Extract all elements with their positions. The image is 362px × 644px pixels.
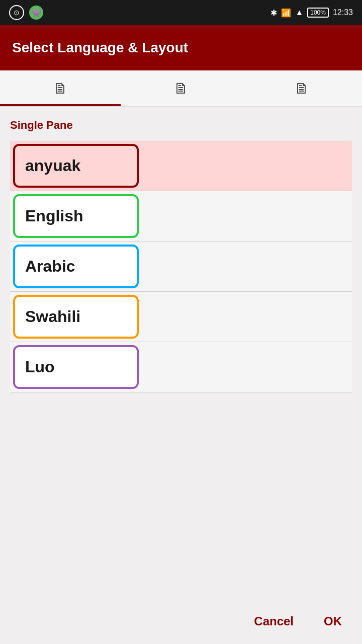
language-badge-english: English xyxy=(13,194,139,238)
status-right-icons: ✱ 📶 ▲ 100% 12:33 xyxy=(270,8,353,18)
language-row-anyuak[interactable]: anyuak xyxy=(10,141,352,191)
app-bar: Select Language & Layout xyxy=(0,25,362,70)
tab-two-pane-icon: 🗎 xyxy=(173,80,189,97)
tab-two-pane[interactable]: 🗎 xyxy=(121,70,241,106)
app-bar-title: Select Language & Layout xyxy=(12,40,188,56)
wifi-icon: 📶 xyxy=(281,8,291,18)
language-label-swahili: Swahili xyxy=(25,307,80,326)
content-area: Single Pane anyuak English Arabic Swahil… xyxy=(0,107,362,599)
signal-icon: ▲ xyxy=(295,8,303,17)
app-logo-icon: ⊙ xyxy=(9,5,24,20)
status-bar: ⊙ 👾 ✱ 📶 ▲ 100% 12:33 xyxy=(0,0,362,25)
language-row-swahili[interactable]: Swahili xyxy=(10,292,352,342)
cancel-button[interactable]: Cancel xyxy=(254,614,294,628)
language-label-anyuak: anyuak xyxy=(25,156,80,175)
language-label-english: English xyxy=(25,207,83,225)
language-badge-luo: Luo xyxy=(13,345,139,389)
language-label-luo: Luo xyxy=(25,358,55,376)
tab-rtl-pane[interactable]: 🗎 xyxy=(241,70,362,106)
tab-single-pane[interactable]: 🗎 xyxy=(0,70,121,106)
language-label-arabic: Arabic xyxy=(25,257,75,276)
language-row-arabic[interactable]: Arabic xyxy=(10,242,352,292)
section-title: Single Pane xyxy=(10,119,352,132)
tab-bar: 🗎 🗎 🗎 xyxy=(0,70,362,107)
clock: 12:33 xyxy=(333,8,353,17)
language-list: anyuak English Arabic Swahili Luo xyxy=(10,141,352,392)
tab-rtl-pane-icon: 🗎 xyxy=(294,80,309,97)
language-row-english[interactable]: English xyxy=(10,191,352,242)
language-badge-swahili: Swahili xyxy=(13,295,139,339)
ok-button[interactable]: OK xyxy=(324,614,342,628)
footer: Cancel OK xyxy=(0,599,362,644)
bluetooth-icon: ✱ xyxy=(270,8,277,18)
language-badge-arabic: Arabic xyxy=(13,245,139,288)
status-left-icons: ⊙ 👾 xyxy=(9,5,43,20)
language-badge-anyuak: anyuak xyxy=(13,144,139,188)
alien-icon: 👾 xyxy=(29,6,43,20)
tab-single-pane-icon: 🗎 xyxy=(53,80,68,97)
language-row-luo[interactable]: Luo xyxy=(10,342,352,392)
battery-indicator: 100% xyxy=(307,8,329,18)
